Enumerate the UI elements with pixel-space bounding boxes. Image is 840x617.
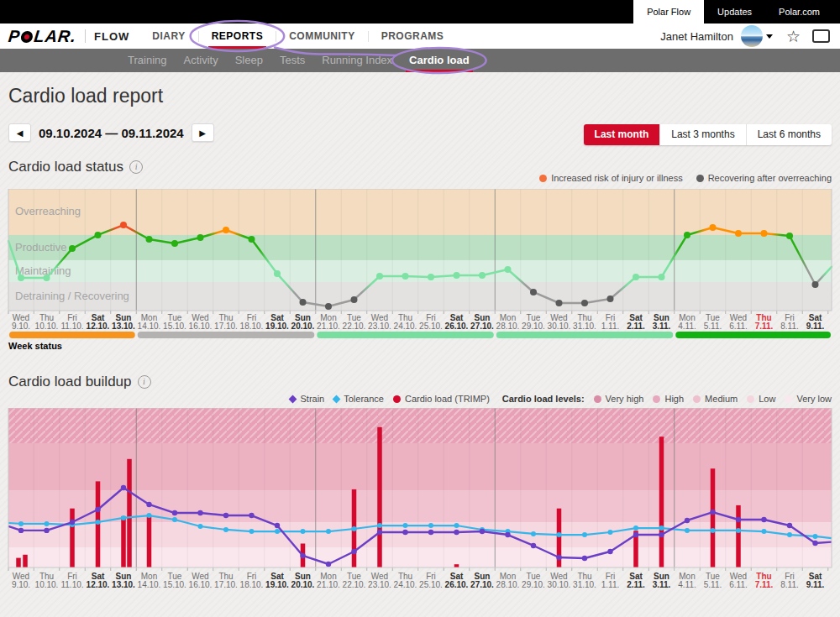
- svg-text:11.10.: 11.10.: [60, 580, 83, 589]
- legend-label: Very high: [606, 394, 644, 404]
- svg-text:2.11.: 2.11.: [627, 580, 645, 589]
- legend-dot-icon: [539, 175, 547, 182]
- logo-divider: [85, 29, 86, 43]
- favorite-star-icon[interactable]: ☆: [786, 29, 801, 44]
- period-selector: Last monthLast 3 monthsLast 6 months: [584, 124, 832, 145]
- legend-item: Low: [747, 394, 775, 404]
- svg-text:3.11.: 3.11.: [653, 322, 671, 331]
- svg-text:13.10.: 13.10.: [112, 322, 135, 331]
- week-status-label: Week status: [8, 341, 62, 351]
- legend-item: Increased risk of injury or illness: [539, 173, 683, 183]
- subnav-item-sleep[interactable]: Sleep: [227, 49, 271, 72]
- legend-item: Very low: [785, 394, 832, 404]
- info-icon[interactable]: i: [129, 160, 143, 174]
- svg-text:9.10.: 9.10.: [12, 580, 30, 589]
- info-icon[interactable]: i: [138, 375, 151, 389]
- svg-text:Maintaining: Maintaining: [15, 264, 71, 277]
- user-name[interactable]: Janet Hamilton: [660, 30, 733, 43]
- range-button-last-6-months[interactable]: Last 6 months: [746, 124, 832, 145]
- legend-diamond-icon: [289, 395, 297, 403]
- legend-item: Medium: [693, 394, 738, 404]
- svg-text:12.10.: 12.10.: [87, 322, 110, 331]
- legend-label: Strain: [300, 394, 324, 404]
- svg-text:14.10.: 14.10.: [138, 580, 161, 589]
- legend-label: Recovering after overreaching: [708, 173, 832, 183]
- svg-text:Productive: Productive: [15, 241, 66, 254]
- svg-text:26.10.: 26.10.: [445, 580, 469, 589]
- subnav-item-tests[interactable]: Tests: [271, 49, 313, 72]
- page-title: Cardio load report: [8, 85, 163, 107]
- svg-text:13.10.: 13.10.: [112, 580, 135, 589]
- topbar-tab-polar-com[interactable]: Polar.com: [765, 0, 833, 24]
- svg-text:26.10.: 26.10.: [445, 322, 469, 331]
- svg-text:9.10.: 9.10.: [12, 322, 30, 331]
- subnav-item-running-index[interactable]: Running Index: [313, 49, 401, 72]
- svg-text:18.10.: 18.10.: [240, 322, 264, 331]
- svg-text:17.10.: 17.10.: [214, 580, 238, 589]
- polar-logo[interactable]: PLAR.: [8, 27, 77, 46]
- range-button-last-3-months[interactable]: Last 3 months: [659, 124, 745, 145]
- subnav-item-training[interactable]: Training: [119, 49, 175, 72]
- topbar-tab-updates[interactable]: Updates: [704, 0, 765, 24]
- chevron-down-icon[interactable]: [766, 34, 773, 39]
- nav-item-diary[interactable]: DIARY: [139, 24, 197, 49]
- svg-text:31.10.: 31.10.: [573, 580, 596, 589]
- status-section-heading: Cardio load status i: [8, 159, 143, 175]
- legend-item: High: [653, 394, 684, 404]
- svg-text:2.11.: 2.11.: [627, 322, 645, 331]
- svg-text:12.10.: 12.10.: [87, 580, 110, 589]
- polar-flow-app: Polar FlowUpdatesPolar.com PLAR. FLOW DI…: [0, 0, 840, 617]
- date-range: 09.10.2024 — 09.11.2024: [39, 126, 184, 140]
- feedback-icon[interactable]: [812, 29, 830, 43]
- svg-text:9.11.: 9.11.: [806, 322, 825, 331]
- nav-item-reports[interactable]: REPORTS: [199, 24, 276, 49]
- subnav-item-cardio-load[interactable]: Cardio load: [401, 49, 478, 72]
- range-button-last-month[interactable]: Last month: [584, 124, 660, 145]
- user-area: Janet Hamilton ☆: [660, 24, 830, 49]
- svg-text:10.10.: 10.10.: [35, 580, 59, 589]
- subnav-item-activity[interactable]: Activity: [175, 49, 226, 72]
- legend-dot-icon: [693, 395, 701, 403]
- nav-item-community[interactable]: COMMUNITY: [276, 24, 368, 49]
- buildup-legend: StrainToleranceCardio load (TRIMP)Cardio…: [290, 394, 832, 404]
- svg-text:15.10.: 15.10.: [163, 580, 186, 589]
- svg-text:31.10.: 31.10.: [573, 322, 596, 331]
- svg-text:27.10.: 27.10.: [470, 322, 494, 331]
- prev-period-button[interactable]: ◀: [8, 123, 31, 142]
- topbar-tab-polar-flow[interactable]: Polar Flow: [633, 0, 704, 24]
- svg-text:19.10.: 19.10.: [265, 322, 289, 331]
- svg-text:Detraining / Recovering: Detraining / Recovering: [15, 290, 129, 302]
- avatar[interactable]: [741, 25, 763, 47]
- svg-text:21.10.: 21.10.: [317, 580, 340, 589]
- buildup-heading-text: Cardio load buildup: [8, 374, 132, 390]
- svg-text:28.10.: 28.10.: [496, 322, 520, 331]
- legend-dot-icon: [653, 395, 660, 403]
- svg-text:24.10.: 24.10.: [394, 322, 417, 331]
- status-legend: Increased risk of injury or illnessRecov…: [539, 173, 832, 183]
- next-period-button[interactable]: ▶: [192, 123, 214, 142]
- cardio-load-levels-label: Cardio load levels:: [502, 394, 585, 404]
- svg-text:30.10.: 30.10.: [548, 322, 571, 331]
- legend-item: Strain: [290, 394, 324, 404]
- reports-subnav: TrainingActivitySleepTestsRunning IndexC…: [0, 49, 840, 72]
- svg-text:21.10.: 21.10.: [317, 322, 340, 331]
- svg-text:25.10.: 25.10.: [419, 322, 443, 331]
- svg-text:7.11.: 7.11.: [755, 322, 774, 331]
- svg-text:Overreaching: Overreaching: [15, 205, 81, 217]
- svg-text:22.10.: 22.10.: [343, 322, 366, 331]
- legend-label: Increased risk of injury or illness: [551, 173, 683, 183]
- svg-text:16.10.: 16.10.: [189, 322, 213, 331]
- legend-label: Very low: [796, 394, 832, 404]
- svg-text:19.10.: 19.10.: [265, 580, 289, 589]
- svg-text:23.10.: 23.10.: [368, 322, 391, 331]
- svg-text:6.11.: 6.11.: [729, 580, 748, 589]
- legend-dot-icon: [785, 395, 792, 403]
- svg-text:27.10.: 27.10.: [470, 580, 494, 589]
- svg-text:30.10.: 30.10.: [548, 580, 571, 589]
- svg-text:29.10.: 29.10.: [522, 580, 545, 589]
- svg-text:1.11.: 1.11.: [601, 322, 620, 331]
- legend-label: Cardio load (TRIMP): [405, 394, 490, 404]
- svg-text:16.10.: 16.10.: [189, 580, 213, 589]
- nav-items: DIARYREPORTSCOMMUNITYPROGRAMS: [139, 24, 456, 49]
- nav-item-programs[interactable]: PROGRAMS: [369, 24, 457, 49]
